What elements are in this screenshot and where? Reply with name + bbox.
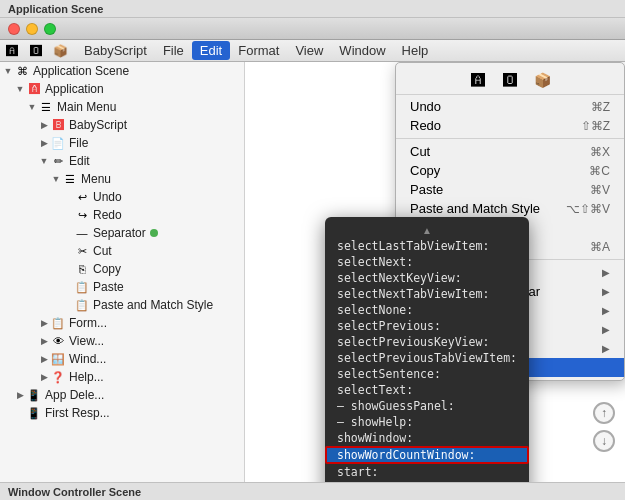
sidebar: ▼ ⌘ Application Scene ▼ 🅰 Application ▼ … [0,62,245,482]
sidebar-item-babyscript[interactable]: ▶ 🅱 BabyScript [0,116,244,134]
sidebar-label: First Resp... [45,406,110,420]
sidebar-item-menu[interactable]: ▼ ☰ Menu [0,170,244,188]
autocomplete-item-selectPreviousKeyView[interactable]: selectPreviousKeyView: [325,334,529,350]
copy-icon: ⎘ [74,261,90,277]
menu-window[interactable]: Window [331,41,393,60]
sidebar-label: Redo [93,208,122,222]
paste-icon: 📋 [74,279,90,295]
submenu-arrow-find: ▶ [602,267,610,278]
menu-item-redo-shortcut: ⇧⌘Z [581,119,610,133]
sidebar-item-redo[interactable]: ↪ Redo [0,206,244,224]
menu-icon: ☰ [62,171,78,187]
autocomplete-item-selectPrevious[interactable]: selectPrevious: [325,318,529,334]
separator-icon: — [74,225,90,241]
submenu-arrow-speech: ▶ [602,343,610,354]
sidebar-item-application-scene[interactable]: ▼ ⌘ Application Scene [0,62,244,80]
resize-up-button[interactable]: ↑ [593,402,615,424]
sidebar-label: Form... [69,316,107,330]
app-icon-2: 🅾 [28,43,44,59]
sidebar-item-view[interactable]: ▶ 👁 View... [0,332,244,350]
menu-item-paste-label: Paste [410,182,590,197]
close-button[interactable] [8,23,20,35]
menu-item-paste-match[interactable]: Paste and Match Style ⌥⇧⌘V [396,199,624,218]
sidebar-item-first-resp[interactable]: 📱 First Resp... [0,404,244,422]
sidebar-item-separator[interactable]: — Separator [0,224,244,242]
file-icon: 📄 [50,135,66,151]
sidebar-item-copy[interactable]: ⎘ Copy [0,260,244,278]
sidebar-item-main-menu[interactable]: ▼ ☰ Main Menu [0,98,244,116]
autocomplete-item-selectNextTabViewItem[interactable]: selectNextTabViewItem: [325,286,529,302]
menu-item-cut[interactable]: Cut ⌘X [396,142,624,161]
main-window: Application Scene 🅰 🅾 📦 BabyScript File … [0,0,625,500]
resize-down-button[interactable]: ↓ [593,430,615,452]
menu-item-copy[interactable]: Copy ⌘C [396,161,624,180]
sidebar-label: Paste and Match Style [93,298,213,312]
redo-icon: ↪ [74,207,90,223]
sidebar-item-form[interactable]: ▶ 📋 Form... [0,314,244,332]
sidebar-label: Copy [93,262,121,276]
menu-format[interactable]: Format [230,41,287,60]
maximize-button[interactable] [44,23,56,35]
menu-item-paste-match-shortcut: ⌥⇧⌘V [566,202,610,216]
sidebar-label: Application [45,82,104,96]
edit-icon: ✏ [50,153,66,169]
bs-icon: 🅱 [50,117,66,133]
menu-view[interactable]: View [287,41,331,60]
sidebar-label: Menu [81,172,111,186]
sidebar-label: Paste [93,280,124,294]
autocomplete-item-showWordCountWindow[interactable]: showWordCountWindow: [325,446,529,464]
autocomplete-popup[interactable]: ▲ selectLastTabViewItem: selectNext: sel… [325,217,529,482]
scroll-up-icon[interactable]: ▲ [325,223,529,238]
minimize-button[interactable] [26,23,38,35]
autocomplete-item-selectNext[interactable]: selectNext: [325,254,529,270]
menu-item-cut-shortcut: ⌘X [590,145,610,159]
sidebar-item-paste[interactable]: 📋 Paste [0,278,244,296]
menu-edit[interactable]: Edit [192,41,230,60]
sidebar-item-undo[interactable]: ↩ Undo [0,188,244,206]
form-icon: 📋 [50,315,66,331]
autocomplete-item-start[interactable]: start: [325,464,529,480]
autocomplete-item-selectLastTabViewItem[interactable]: selectLastTabViewItem: [325,238,529,254]
menu-item-undo[interactable]: Undo ⌘Z [396,97,624,116]
sidebar-label: File [69,136,88,150]
paste-match-icon: 📋 [74,297,90,313]
view-icon: 👁 [50,333,66,349]
scroll-down-icon[interactable]: ▼ [325,480,529,482]
sidebar-item-edit[interactable]: ▼ ✏ Edit [0,152,244,170]
menu-help[interactable]: Help [394,41,437,60]
separator-dot [150,229,158,237]
scene-bottom-label: Window Controller Scene [8,486,141,498]
menu-babyscript[interactable]: BabyScript [76,41,155,60]
sidebar-item-window[interactable]: ▶ 🪟 Wind... [0,350,244,368]
sidebar-item-help[interactable]: ▶ ❓ Help... [0,368,244,386]
sidebar-item-app-delegate[interactable]: ▶ 📱 App Dele... [0,386,244,404]
help-icon: ❓ [50,369,66,385]
sidebar-label: Application Scene [33,64,129,78]
sidebar-label: Cut [93,244,112,258]
autocomplete-item-showGuessPanel[interactable]: – showGuessPanel: [325,398,529,414]
sidebar-item-cut[interactable]: ✂ Cut [0,242,244,260]
autocomplete-item-selectPreviousTabViewItem[interactable]: selectPreviousTabViewItem: [325,350,529,366]
header-icon-3: 📦 [532,70,552,90]
menu-separator-1 [396,138,624,139]
sidebar-item-paste-match[interactable]: 📋 Paste and Match Style [0,296,244,314]
scene-icon: ⌘ [14,63,30,79]
scene-top-label: Application Scene [8,3,103,15]
autocomplete-item-selectText[interactable]: selectText: [325,382,529,398]
scene-bottom-bar: Window Controller Scene [0,482,625,500]
arrow-icon: ▶ [38,354,50,364]
autocomplete-item-selectNone[interactable]: selectNone: [325,302,529,318]
menu-file[interactable]: File [155,41,192,60]
sidebar-item-application[interactable]: ▼ 🅰 Application [0,80,244,98]
menu-item-paste[interactable]: Paste ⌘V [396,180,624,199]
autocomplete-item-selectSentence[interactable]: selectSentence: [325,366,529,382]
app-icon-3: 📦 [52,43,68,59]
sidebar-label: View... [69,334,104,348]
sidebar-item-file[interactable]: ▶ 📄 File [0,134,244,152]
menu-item-undo-shortcut: ⌘Z [591,100,610,114]
autocomplete-item-showWindow[interactable]: showWindow: [325,430,529,446]
autocomplete-item-showHelp[interactable]: – showHelp: [325,414,529,430]
autocomplete-item-selectNextKeyView[interactable]: selectNextKeyView: [325,270,529,286]
menu-item-redo[interactable]: Redo ⇧⌘Z [396,116,624,135]
window-icon: 🪟 [50,351,66,367]
